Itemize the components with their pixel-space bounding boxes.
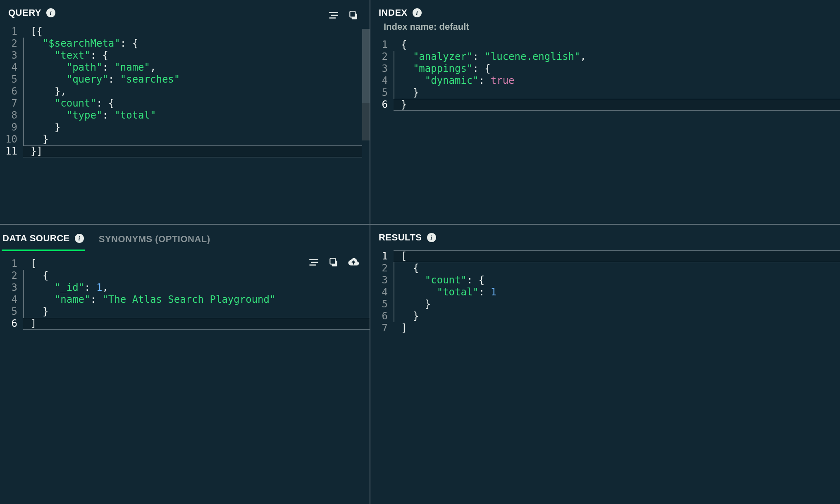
info-icon[interactable]: i	[427, 233, 436, 242]
code-area[interactable]: [{ "$searchMeta": { "text": { "path": "n…	[23, 26, 370, 157]
code-line[interactable]: "name": "The Atlas Search Playground"	[23, 294, 370, 306]
copy-icon[interactable]	[327, 256, 340, 269]
scrollbar-track	[362, 0, 370, 224]
scrollbar-thumb[interactable]	[362, 103, 370, 140]
code-line[interactable]: {	[394, 39, 840, 51]
line-gutter: 1234567891011	[0, 26, 23, 157]
copy-icon[interactable]	[347, 9, 360, 21]
index-pane: INDEX i Index name: default 123456{ "ana…	[370, 0, 840, 225]
code-line[interactable]: {	[394, 262, 840, 274]
datasource-toolbar	[308, 256, 360, 269]
code-line[interactable]: }]	[23, 145, 370, 157]
tab-label: DATA SOURCE	[2, 233, 70, 244]
results-title: RESULTS	[379, 232, 422, 243]
code-area[interactable]: { "analyzer": "lucene.english", "mapping…	[394, 39, 840, 111]
code-line[interactable]: [	[394, 250, 840, 262]
results-header: RESULTS i	[370, 225, 840, 246]
query-editor[interactable]: 1234567891011[{ "$searchMeta": { "text":…	[0, 21, 370, 157]
code-line[interactable]: "total": 1	[394, 286, 840, 298]
svg-rect-4	[350, 11, 355, 17]
query-title: QUERY	[8, 7, 41, 18]
code-line[interactable]: "dynamic": true	[394, 75, 840, 87]
query-toolbar	[327, 9, 360, 21]
svg-rect-9	[330, 258, 335, 264]
code-line[interactable]: "$searchMeta": {	[23, 38, 370, 50]
format-icon[interactable]	[327, 9, 340, 21]
code-area[interactable]: [ { "_id": 1, "name": "The Atlas Search …	[23, 258, 370, 330]
tab-data-source[interactable]: DATA SOURCEi	[2, 231, 85, 251]
datasource-editor[interactable]: 123456[ { "_id": 1, "name": "The Atlas S…	[0, 254, 370, 330]
line-gutter: 123456	[0, 258, 23, 330]
code-line[interactable]: }	[394, 87, 840, 99]
code-line[interactable]: "count": {	[23, 97, 370, 109]
results-pane: RESULTS i 1234567[ { "count": { "total":…	[370, 225, 840, 504]
line-gutter: 1234567	[370, 250, 394, 334]
code-line[interactable]: "query": "searches"	[23, 74, 370, 86]
code-line[interactable]: [{	[23, 26, 370, 38]
code-line[interactable]: "mappings": {	[394, 63, 840, 75]
code-line[interactable]: }	[394, 310, 840, 322]
scrollbar-thumb[interactable]	[362, 29, 370, 103]
code-line[interactable]: "type": "total"	[23, 109, 370, 121]
code-line[interactable]: "count": {	[394, 274, 840, 286]
code-line[interactable]: },	[23, 86, 370, 97]
code-line[interactable]: }	[394, 298, 840, 310]
line-gutter: 123456	[370, 39, 394, 111]
datasource-tabs: DATA SOURCEiSYNONYMS (OPTIONAL)	[0, 225, 370, 251]
tab-label: SYNONYMS (OPTIONAL)	[99, 234, 210, 245]
index-header: INDEX i	[370, 0, 840, 21]
datasource-pane: DATA SOURCEiSYNONYMS (OPTIONAL) 123456[ …	[0, 225, 370, 504]
index-name-label: Index name: default	[370, 21, 840, 35]
code-line[interactable]: }	[23, 133, 370, 145]
code-line[interactable]: {	[23, 270, 370, 282]
code-line[interactable]: ]	[23, 318, 370, 330]
info-icon[interactable]: i	[413, 8, 422, 17]
info-icon[interactable]: i	[75, 234, 84, 243]
code-line[interactable]: "analyzer": "lucene.english",	[394, 51, 840, 63]
code-area[interactable]: [ { "count": { "total": 1 } }]	[394, 250, 840, 334]
code-line[interactable]: }	[23, 121, 370, 133]
code-line[interactable]: "path": "name",	[23, 62, 370, 74]
index-title: INDEX	[379, 7, 408, 18]
format-icon[interactable]	[308, 256, 320, 269]
query-pane: QUERY i 1234567891011[{ "$searchMeta": {…	[0, 0, 370, 225]
upload-icon[interactable]	[347, 256, 360, 269]
index-editor[interactable]: 123456{ "analyzer": "lucene.english", "m…	[370, 35, 840, 111]
results-editor[interactable]: 1234567[ { "count": { "total": 1 } }]	[370, 246, 840, 334]
code-line[interactable]: "_id": 1,	[23, 282, 370, 294]
code-line[interactable]: }	[394, 99, 840, 111]
code-line[interactable]: ]	[394, 322, 840, 334]
tab-synonyms-optional-[interactable]: SYNONYMS (OPTIONAL)	[98, 231, 211, 251]
code-line[interactable]: }	[23, 306, 370, 318]
code-line[interactable]: "text": {	[23, 50, 370, 62]
info-icon[interactable]: i	[46, 8, 55, 17]
query-header: QUERY i	[0, 0, 370, 21]
